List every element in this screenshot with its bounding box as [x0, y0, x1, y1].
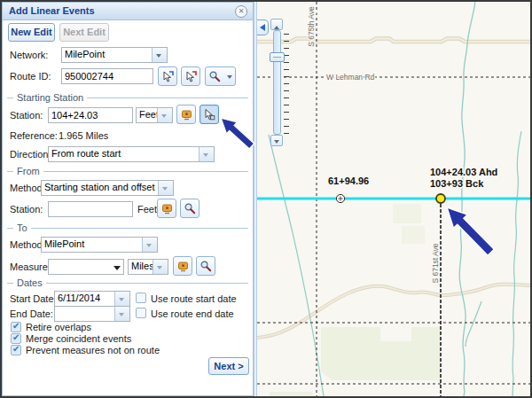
reference-marker [336, 194, 344, 202]
reference-value: 1.965 Miles [59, 130, 108, 141]
measure-value [49, 260, 111, 274]
legend-text: To [13, 222, 31, 233]
chevron-down-icon[interactable] [158, 181, 173, 195]
start-date-dropdown[interactable]: 6/11/2014 [54, 291, 130, 307]
zoom-in-icon[interactable] [270, 19, 283, 30]
from-station-input[interactable] [48, 201, 133, 217]
river [512, 131, 521, 396]
station-measure-label-2b: 103+93 Bck [430, 178, 484, 189]
direction-value: From route start [49, 147, 199, 161]
pick-station-on-map-button[interactable] [200, 105, 219, 124]
chevron-down-icon[interactable] [142, 238, 157, 252]
station-marker-tool-button[interactable] [176, 105, 196, 124]
field-polygon [321, 327, 441, 380]
route-id-label: Route ID: [10, 71, 51, 82]
legend-text: From [13, 166, 43, 176]
cursor-pick-icon [203, 108, 216, 121]
zoom-slider-handle[interactable] [270, 52, 285, 62]
milepost-icon [176, 260, 190, 273]
from-station-search-button[interactable] [180, 199, 200, 218]
collapse-panel-tab[interactable] [257, 20, 269, 35]
chevron-down-icon[interactable] [157, 108, 172, 122]
from-legend: From [7, 171, 248, 172]
measure-marker-tool-button[interactable] [173, 256, 192, 276]
direction-dropdown[interactable]: From route start [48, 146, 215, 162]
retire-overlaps-label: Retire overlaps [26, 322, 91, 332]
network-value: MilePoint [62, 48, 152, 62]
local-road [257, 284, 530, 338]
route-id-input[interactable] [61, 68, 153, 84]
chevron-down-icon[interactable] [199, 147, 214, 161]
field-patch [270, 392, 314, 396]
road-label-vertical-right: S 671st Ave [431, 243, 440, 283]
to-method-label: Method: [10, 239, 45, 250]
road-label-vertical-left: S 675th Ave [307, 6, 316, 47]
river-branch [466, 301, 481, 347]
merge-coincident-events-checkbox[interactable] [11, 333, 21, 344]
local-road-casing [257, 284, 530, 338]
chevron-down-icon[interactable] [153, 260, 168, 274]
use-route-end-date-checkbox[interactable] [136, 308, 146, 318]
panel-titlebar: Add Linear Events ✕ [3, 3, 253, 20]
calendar-dropdown-icon[interactable] [114, 307, 129, 321]
clear-route-selection-button[interactable] [181, 66, 200, 86]
milepost-icon [160, 202, 174, 215]
station-input[interactable] [48, 107, 133, 123]
prevent-measures-label: Prevent measures not on route [26, 345, 160, 355]
chevron-down-icon[interactable] [111, 260, 123, 274]
use-route-start-date-checkbox[interactable] [136, 293, 146, 303]
close-icon[interactable]: ✕ [235, 5, 247, 18]
search-icon [208, 70, 221, 82]
to-legend: To [7, 228, 248, 229]
legend-text: Starting Station [13, 92, 87, 103]
station-point-marker [436, 194, 445, 203]
station-units-dropdown[interactable]: Feet [136, 107, 173, 123]
measure-units-dropdown[interactable]: Miles [128, 259, 168, 275]
from-method-dropdown[interactable]: Starting station and offset [41, 180, 174, 196]
start-date-label: Start Date: [10, 293, 57, 304]
to-method-dropdown[interactable]: MilePoint [41, 237, 158, 253]
to-method-value: MilePoint [42, 238, 142, 252]
measure-search-button[interactable] [196, 256, 215, 276]
zoom-out-icon[interactable] [270, 135, 283, 146]
calendar-dropdown-icon[interactable] [114, 292, 129, 306]
milepost-icon [180, 108, 193, 121]
field-patch [402, 226, 425, 244]
route-search-menu-button[interactable] [205, 66, 236, 86]
reference-label: Reference: [10, 130, 58, 141]
river [269, 135, 324, 396]
next-edit-button[interactable]: Next Edit [59, 23, 109, 42]
from-station-label: Station: [10, 204, 43, 215]
network-dropdown[interactable]: MilePoint [61, 47, 168, 63]
select-route-on-map-button[interactable] [158, 66, 177, 86]
station-measure-label-2a: 104+24.03 Ahd [430, 167, 497, 177]
legend-text: Dates [13, 277, 46, 288]
measure-label: Measure: [10, 261, 51, 272]
zoom-slider-track[interactable] [273, 30, 281, 135]
search-icon [184, 202, 196, 215]
cursor-clear-icon [184, 70, 198, 83]
use-route-end-date-label: Use route end date [151, 308, 234, 319]
next-button[interactable]: Next > [208, 357, 249, 375]
from-station-marker-tool-button[interactable] [157, 199, 176, 218]
station-units-value: Feet [137, 108, 157, 122]
application-window: Add Linear Events ✕ New Edit Next Edit N… [0, 0, 532, 398]
field-patch [393, 204, 421, 223]
from-method-value: Starting station and offset [42, 181, 158, 195]
end-date-label: End Date: [10, 308, 53, 319]
from-units-label: Feet [137, 204, 157, 215]
road-label-horizontal: W Lehman Rd [326, 73, 375, 82]
retire-overlaps-checkbox[interactable] [11, 322, 21, 332]
measure-combobox[interactable] [48, 259, 124, 275]
station-measure-label-1: 61+94.96 [328, 176, 369, 186]
measure-units-value: Miles [129, 260, 153, 274]
chevron-down-icon[interactable] [152, 48, 167, 62]
prevent-measures-checkbox[interactable] [11, 345, 21, 355]
network-label: Network: [10, 50, 48, 60]
map-canvas[interactable]: W Lehman Rd S 675th Ave S 671st Ave 61+9… [257, 2, 530, 396]
map-graphics: W Lehman Rd S 675th Ave S 671st Ave 61+9… [257, 2, 530, 396]
new-edit-button[interactable]: New Edit [8, 23, 55, 42]
cursor-select-icon [161, 70, 175, 83]
end-date-dropdown[interactable] [54, 306, 130, 322]
dates-legend: Dates [7, 283, 248, 284]
